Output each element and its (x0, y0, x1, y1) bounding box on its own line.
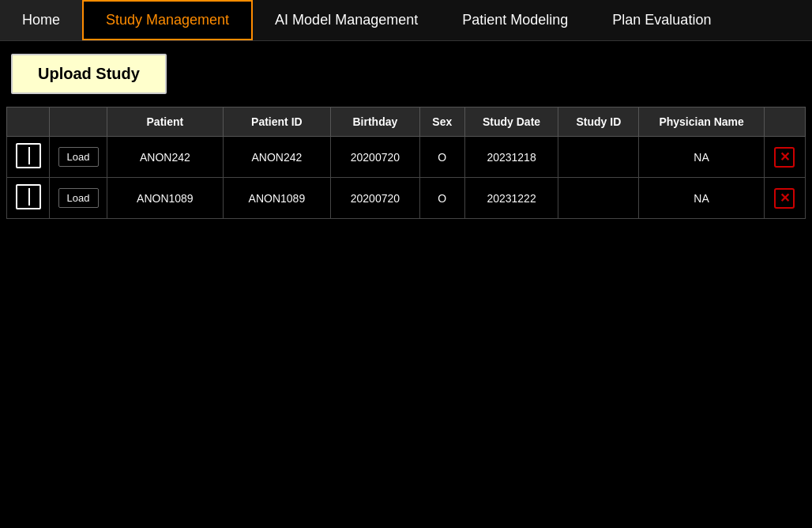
delete-cell: ✕ (764, 178, 805, 219)
upload-section: Upload Study (0, 41, 812, 107)
birthday-cell: 20200720 (330, 137, 419, 178)
sex-cell: O (420, 137, 465, 178)
col-header-patient: Patient (107, 107, 223, 137)
table-row: Load ANON1089 ANON1089 20200720 O 202312… (7, 178, 806, 219)
nav-ai-model-management[interactable]: AI Model Management (253, 0, 440, 40)
patient-id-cell: ANON242 (223, 137, 330, 178)
col-header-icon (7, 107, 50, 137)
nav-study-management[interactable]: Study Management (82, 0, 253, 40)
table-row: Load ANON242 ANON242 20200720 O 20231218… (7, 137, 806, 178)
delete-button[interactable]: ✕ (774, 188, 795, 209)
delete-icon: ✕ (774, 147, 795, 168)
table-header-row: Patient Patient ID Birthday Sex Study Da… (7, 107, 806, 137)
delete-button[interactable]: ✕ (774, 147, 795, 168)
nav-plan-evaluation[interactable]: Plan Evaluation (590, 0, 733, 40)
patient-name-cell: ANON242 (107, 137, 223, 178)
col-header-delete (764, 107, 805, 137)
study-id-cell (558, 137, 639, 178)
col-header-physician-name: Physician Name (639, 107, 764, 137)
col-header-load (50, 107, 107, 137)
col-header-birthday: Birthday (330, 107, 419, 137)
col-header-study-id: Study ID (558, 107, 639, 137)
sex-cell: O (420, 178, 465, 219)
load-cell: Load (50, 178, 107, 219)
upload-study-button[interactable]: Upload Study (11, 54, 167, 94)
patient-id-cell: ANON1089 (223, 178, 330, 219)
study-icon (16, 143, 41, 168)
navbar: Home Study Management AI Model Managemen… (0, 0, 812, 41)
physician-name-cell: NA (639, 137, 764, 178)
delete-cell: ✕ (764, 137, 805, 178)
nav-patient-modeling[interactable]: Patient Modeling (440, 0, 590, 40)
study-icon-cell (7, 137, 50, 178)
study-table-container: Patient Patient ID Birthday Sex Study Da… (0, 107, 812, 219)
patient-name-cell: ANON1089 (107, 178, 223, 219)
col-header-sex: Sex (420, 107, 465, 137)
col-header-patient-id: Patient ID (223, 107, 330, 137)
study-icon (16, 184, 41, 209)
load-button[interactable]: Load (58, 188, 99, 208)
delete-icon: ✕ (774, 188, 795, 209)
load-cell: Load (50, 137, 107, 178)
study-table: Patient Patient ID Birthday Sex Study Da… (6, 107, 806, 219)
study-id-cell (558, 178, 639, 219)
study-date-cell: 20231218 (464, 137, 558, 178)
load-button[interactable]: Load (58, 147, 99, 167)
study-icon-cell (7, 178, 50, 219)
study-date-cell: 20231222 (464, 178, 558, 219)
birthday-cell: 20200720 (330, 178, 419, 219)
nav-home[interactable]: Home (0, 0, 82, 40)
col-header-study-date: Study Date (464, 107, 558, 137)
physician-name-cell: NA (639, 178, 764, 219)
